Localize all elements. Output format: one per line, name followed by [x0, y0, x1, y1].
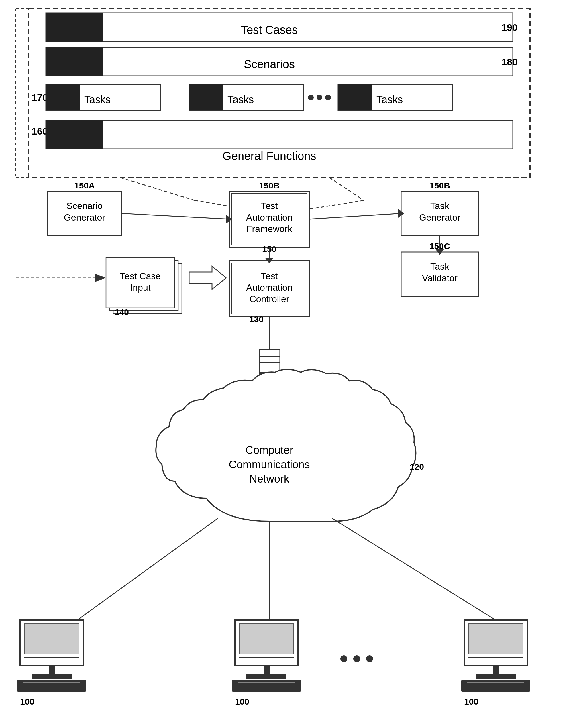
- svg-marker-69: [265, 258, 274, 264]
- svg-rect-97: [235, 620, 298, 666]
- svg-text:Task: Task: [430, 262, 449, 272]
- svg-text:Controller: Controller: [249, 294, 290, 304]
- svg-text:160: 160: [32, 126, 48, 137]
- svg-rect-87: [20, 620, 83, 666]
- svg-text:Framework: Framework: [246, 224, 293, 234]
- general-functions-label: General Functions: [223, 149, 316, 162]
- svg-text:150: 150: [262, 244, 276, 254]
- svg-text:190: 190: [501, 22, 518, 33]
- svg-rect-90: [49, 666, 55, 674]
- svg-rect-88: [24, 624, 79, 654]
- network-label-line1: Computer: [245, 444, 293, 456]
- svg-rect-11: [46, 84, 161, 110]
- svg-text:Tasks: Tasks: [84, 94, 110, 105]
- svg-text:Test: Test: [261, 271, 278, 281]
- svg-point-19: [325, 95, 331, 100]
- svg-rect-53: [232, 263, 307, 314]
- svg-marker-67: [398, 209, 404, 218]
- svg-rect-20: [338, 84, 453, 110]
- svg-rect-73: [259, 349, 280, 381]
- svg-rect-38: [401, 191, 478, 236]
- svg-rect-4: [46, 13, 513, 41]
- svg-marker-65: [226, 215, 232, 223]
- svg-point-86: [366, 655, 373, 662]
- test-cases-label: Test Cases: [241, 24, 298, 36]
- svg-text:110: 110: [282, 382, 297, 391]
- svg-text:Input: Input: [130, 282, 150, 293]
- svg-rect-100: [264, 666, 270, 674]
- network-label-line2: Communications: [229, 458, 310, 471]
- svg-text:Test Case: Test Case: [120, 271, 161, 281]
- svg-text:150B: 150B: [430, 181, 450, 190]
- svg-rect-0: [29, 9, 530, 178]
- svg-line-59: [195, 201, 229, 206]
- scenarios-label: Scenarios: [244, 58, 295, 70]
- svg-line-64: [122, 213, 229, 219]
- svg-text:140: 140: [114, 307, 129, 317]
- svg-rect-24: [46, 120, 513, 149]
- svg-line-61: [309, 201, 364, 209]
- svg-text:Tasks: Tasks: [376, 94, 403, 105]
- svg-rect-110: [493, 666, 499, 674]
- svg-text:100: 100: [235, 697, 249, 706]
- svg-rect-47: [106, 258, 175, 308]
- svg-text:100: 100: [464, 697, 478, 706]
- svg-text:120: 120: [410, 462, 424, 472]
- svg-line-83: [332, 518, 496, 620]
- svg-text:Automation: Automation: [246, 282, 293, 293]
- svg-text:150B: 150B: [259, 181, 280, 190]
- svg-line-58: [120, 178, 195, 201]
- svg-text:Test: Test: [261, 201, 278, 211]
- svg-line-60: [330, 178, 364, 201]
- svg-rect-27: [47, 191, 122, 236]
- svg-text:150C: 150C: [430, 241, 450, 251]
- svg-marker-51: [189, 266, 226, 289]
- svg-rect-7: [46, 47, 513, 76]
- svg-rect-25: [46, 120, 103, 149]
- svg-text:Generator: Generator: [419, 212, 461, 222]
- svg-rect-98: [239, 624, 294, 654]
- svg-text:Task: Task: [430, 201, 449, 211]
- svg-rect-14: [189, 84, 304, 110]
- svg-rect-91: [32, 674, 72, 679]
- svg-marker-63: [95, 274, 106, 282]
- svg-rect-8: [46, 47, 103, 76]
- svg-text:Generator: Generator: [64, 212, 105, 222]
- svg-point-84: [340, 655, 347, 662]
- svg-rect-101: [246, 674, 286, 679]
- svg-rect-15: [189, 84, 224, 110]
- svg-rect-92: [17, 680, 86, 692]
- svg-rect-42: [401, 252, 478, 297]
- svg-line-66: [309, 213, 401, 219]
- svg-rect-107: [464, 620, 527, 666]
- svg-point-17: [308, 95, 314, 100]
- svg-text:Validator: Validator: [422, 273, 458, 283]
- svg-rect-21: [338, 84, 372, 110]
- svg-rect-52: [229, 261, 309, 316]
- svg-rect-102: [232, 680, 301, 692]
- svg-rect-77: [259, 372, 280, 381]
- svg-point-18: [316, 95, 322, 100]
- svg-text:Scenario: Scenario: [66, 201, 103, 211]
- svg-marker-71: [436, 249, 444, 255]
- svg-text:Tasks: Tasks: [228, 94, 254, 105]
- svg-rect-45: [113, 264, 182, 314]
- svg-text:130: 130: [249, 314, 264, 324]
- svg-rect-12: [46, 84, 80, 110]
- svg-rect-5: [46, 13, 103, 41]
- svg-text:170: 170: [32, 92, 48, 103]
- svg-rect-31: [229, 191, 309, 247]
- svg-rect-111: [476, 674, 516, 679]
- svg-line-81: [77, 518, 218, 620]
- svg-text:100: 100: [20, 697, 34, 706]
- svg-text:180: 180: [501, 57, 518, 67]
- svg-rect-32: [232, 194, 307, 245]
- svg-rect-46: [109, 261, 178, 311]
- svg-point-85: [353, 655, 360, 662]
- svg-rect-112: [461, 680, 530, 692]
- svg-rect-108: [468, 624, 523, 654]
- network-label-line3: Network: [249, 473, 290, 485]
- svg-text:150A: 150A: [74, 181, 95, 190]
- svg-text:Automation: Automation: [246, 212, 293, 222]
